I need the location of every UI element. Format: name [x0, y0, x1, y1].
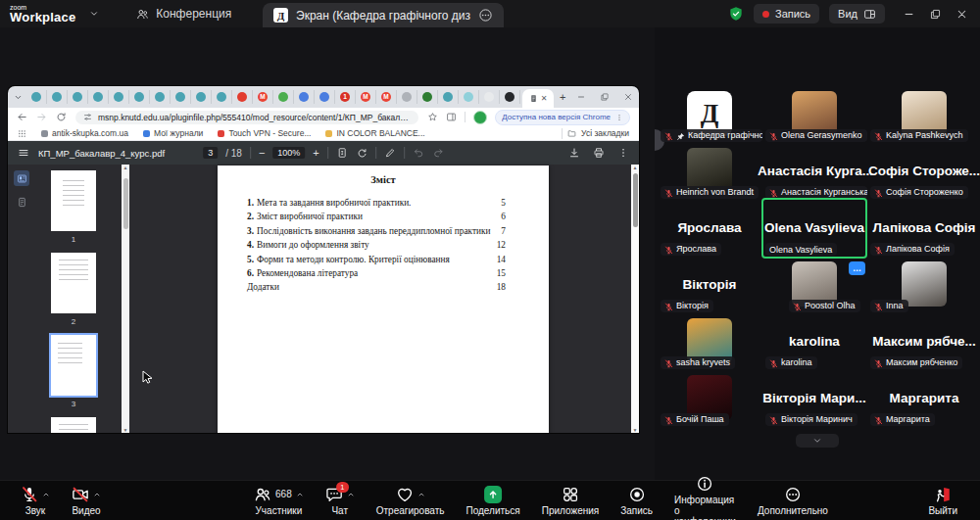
redo-button[interactable]	[432, 147, 444, 159]
browser-tab[interactable]	[417, 90, 438, 104]
leave-button[interactable]: Выйти	[917, 481, 968, 520]
browser-tab[interactable]	[150, 90, 171, 104]
participant-tile[interactable]: ДКафедра графічно...	[659, 86, 760, 143]
more-button[interactable]: Дополнительно	[747, 481, 839, 520]
participant-tile[interactable]: Olena Gerasymenko	[763, 86, 865, 143]
thumbnails-panel-button[interactable]	[14, 170, 29, 186]
browser-close-button[interactable]	[623, 92, 633, 102]
participant-tile[interactable]: Софія Стороже...Софія Стороженко	[868, 143, 980, 200]
browser-tab[interactable]	[129, 90, 150, 104]
download-button[interactable]	[568, 147, 580, 159]
attachments-panel-button[interactable]	[14, 194, 29, 210]
pdf-menu-icon[interactable]	[18, 147, 29, 159]
participant-tile[interactable]: Вікторія Мари...Вікторія Маринич	[763, 370, 865, 427]
apps-button[interactable]: Приложения	[531, 481, 611, 520]
participant-tile[interactable]: МаргаритаМаргарита	[868, 370, 980, 427]
page-thumbnail-3[interactable]: 3	[51, 335, 96, 408]
browser-tab[interactable]: M	[253, 90, 273, 104]
chrome-update-chip[interactable]: Доступна нова версія Chrome	[495, 110, 630, 125]
browser-tab[interactable]	[500, 90, 520, 104]
reload-button[interactable]	[56, 112, 67, 122]
participants-button[interactable]: 668Участники	[243, 481, 315, 520]
page-thumbnail-4[interactable]: 4	[51, 417, 96, 433]
browser-tab[interactable]: M	[376, 90, 397, 104]
bookmark-item[interactable]: Мої журнали	[143, 128, 203, 138]
browser-tab[interactable]	[479, 90, 500, 104]
profile-avatar[interactable]	[473, 111, 487, 124]
page-thumbnail-2[interactable]: 2	[51, 253, 96, 326]
participant-tile[interactable]: …Poostol Olha	[763, 257, 865, 313]
browser-tab[interactable]	[273, 90, 294, 104]
tab-options-ellipsis-icon[interactable]	[478, 8, 493, 23]
participant-tile[interactable]: Heinrich von Brandt	[659, 143, 760, 200]
rotate-button[interactable]	[356, 147, 368, 159]
participant-tile[interactable]: ВікторіяВікторія	[659, 257, 760, 313]
participant-tile[interactable]: Kalyna Pashkevych	[868, 86, 980, 143]
browser-tab[interactable]	[88, 90, 109, 104]
browser-tab[interactable]	[191, 90, 212, 104]
new-tab-button[interactable]: +	[560, 92, 565, 103]
bookmark-item[interactable]: IN COLOR BALANCE...	[325, 128, 424, 138]
chat-button[interactable]: 1Чат	[315, 481, 366, 520]
participant-tile[interactable]: Анастасія Курга...Анастасія Курганська	[763, 143, 865, 200]
tab-search-chevron-icon[interactable]	[14, 93, 23, 102]
video-button[interactable]: Видео	[61, 481, 112, 520]
browser-tab[interactable]	[47, 90, 68, 104]
annotate-button[interactable]	[384, 147, 396, 159]
zoom-level-value[interactable]: 100%	[272, 147, 305, 159]
bookmark-star-icon[interactable]	[427, 112, 438, 122]
all-bookmarks-label[interactable]: Усі закладки	[581, 128, 629, 138]
thumbnails-scrollbar[interactable]: ▲ ▼	[122, 165, 129, 433]
participant-tile[interactable]: ЯрославаЯрослава	[659, 200, 760, 257]
tile-more-button[interactable]: …	[849, 261, 865, 275]
print-button[interactable]	[593, 147, 605, 159]
tab-close-icon[interactable]: ✕	[541, 95, 548, 103]
browser-tab[interactable]	[26, 90, 47, 104]
bookmark-item[interactable]: Touch VPN - Secure...	[218, 128, 311, 138]
address-bar[interactable]: msnp.knutd.edu.ua/pluginfile.php/555410/…	[75, 111, 418, 124]
close-button[interactable]	[956, 8, 968, 21]
browser-menu-icon[interactable]	[615, 114, 623, 121]
chevron-up-icon[interactable]	[93, 491, 101, 498]
apps-grid-icon[interactable]	[18, 129, 26, 138]
browser-tab[interactable]	[109, 90, 129, 104]
browser-tab[interactable]	[315, 90, 335, 104]
audio-button[interactable]: Звук	[10, 481, 61, 520]
side-panel-icon[interactable]	[446, 112, 457, 122]
participant-tile[interactable]: Inna	[868, 257, 980, 313]
browser-tab[interactable]	[294, 90, 315, 104]
participant-tile[interactable]: Olena VasylievaOlena Vasylieva	[763, 200, 865, 257]
page-thumbnail-1[interactable]: 1	[51, 170, 96, 244]
brand-chevron-down-icon[interactable]	[89, 9, 99, 19]
site-settings-icon[interactable]	[83, 113, 92, 121]
browser-tab[interactable]: M	[356, 90, 376, 104]
participant-tile[interactable]: karolinakarolina	[763, 313, 865, 370]
maximize-button[interactable]	[929, 8, 942, 21]
page-number-input[interactable]: 3	[203, 147, 218, 159]
record-button[interactable]: Запись	[610, 481, 663, 520]
browser-active-tab[interactable]: ✕	[522, 89, 554, 108]
share-button[interactable]: Поделиться	[455, 481, 530, 520]
recording-indicator[interactable]: Запись	[754, 4, 819, 24]
back-button[interactable]	[17, 112, 27, 122]
participant-tile[interactable]: sasha kryvets	[659, 313, 760, 370]
participant-tile[interactable]: Лапікова СофіяЛапікова Софія	[868, 200, 980, 257]
browser-tab[interactable]	[397, 90, 417, 104]
browser-maximize-button[interactable]	[600, 92, 610, 102]
participant-tile[interactable]: Максим рябче...Максим рябченко	[868, 313, 980, 370]
tab-meeting[interactable]: Конференция	[136, 7, 231, 21]
react-button[interactable]: Отреагировать	[366, 481, 456, 520]
view-button[interactable]: Вид	[829, 4, 885, 24]
gallery-collapse-button[interactable]	[796, 434, 839, 448]
info-button[interactable]: Информация о конференции	[663, 481, 747, 520]
bookmark-item[interactable]: antik-skupka.com.ua	[41, 128, 128, 138]
browser-tab[interactable]	[459, 90, 479, 104]
minimize-button[interactable]	[903, 8, 915, 21]
pdf-more-button[interactable]	[617, 147, 629, 159]
browser-tab[interactable]	[171, 90, 191, 104]
chevron-up-icon[interactable]	[417, 491, 425, 498]
chevron-up-icon[interactable]	[296, 491, 304, 498]
tab-screen-share[interactable]: Д Экран (Кафедра графічного диз	[263, 3, 504, 27]
browser-tab[interactable]	[232, 90, 253, 104]
pdf-scrollbar[interactable]: ▲ ▼	[631, 165, 639, 433]
